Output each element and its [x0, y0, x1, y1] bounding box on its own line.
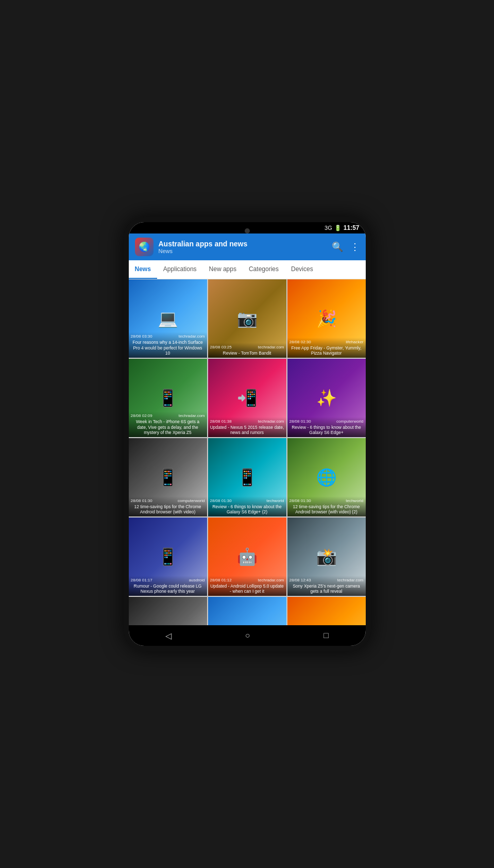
card-title: Updated - Nexus 5 2015 release date, new… — [210, 425, 284, 435]
news-grid: 💻 28/08 03:30 techradar.com Four reasons… — [129, 279, 366, 625]
card-source: techradar.com — [258, 419, 284, 424]
card-title: Updated - Android Lollipop 5.0 update - … — [210, 583, 284, 594]
card-title: Four reasons why a 14-inch Surface Pro 4… — [131, 340, 205, 356]
card-source: lifehacker — [346, 340, 363, 344]
recent-button[interactable]: □ — [323, 631, 329, 640]
camera — [245, 228, 250, 233]
back-button[interactable]: ◁ — [165, 631, 172, 641]
device-frame: 3G 🔋 11:57 🌏 Australian apps and news Ne… — [124, 217, 371, 651]
card-date: 28/08 01:17 — [131, 578, 152, 582]
list-item[interactable]: 📱 28/08 01:30 techworld Review - 6 thing… — [208, 438, 286, 516]
card-date: 28/08 02:09 — [131, 413, 152, 418]
battery-icon: 🔋 — [334, 225, 342, 231]
card-title: 12 time-saving tips for the Chrome Andro… — [289, 504, 364, 514]
list-item[interactable]: 📱 28/08 02:09 techradar.com Week in Tech… — [129, 359, 207, 437]
card-title: Review - 6 things to know about the Gala… — [210, 504, 284, 514]
card-date: 28/08 03:25 — [210, 345, 232, 349]
card-date: 28/08 02:30 — [289, 340, 311, 344]
app-icon: 🌏 — [135, 238, 154, 256]
app-subtitle: News — [159, 248, 327, 254]
card-source: ausdroid — [189, 578, 205, 582]
card-title: Free App Friday - Gymster, Yummly, Pizza… — [289, 345, 364, 356]
card-title: Sony Xperia Z5's next-gen camera gets a … — [289, 583, 364, 594]
card-date: 28/08 01:30 — [210, 498, 232, 503]
card-date: 28/08 01:30 — [289, 498, 311, 503]
tab-news[interactable]: News — [129, 260, 157, 279]
card-date: 28/08 12:43 — [289, 578, 311, 582]
device-screen: 3G 🔋 11:57 🌏 Australian apps and news Ne… — [129, 222, 366, 646]
list-item[interactable]: 💻 28/08 03:30 techradar.com Four reasons… — [129, 279, 207, 358]
search-icon[interactable]: 🔍 — [332, 241, 343, 253]
list-item[interactable]: 📱 28/08 01:30 computerworld 12 time-savi… — [129, 438, 207, 516]
tab-categories[interactable]: Categories — [243, 260, 285, 279]
list-item[interactable]: 🎉 28/08 02:30 lifehacker Free App Friday… — [287, 279, 366, 358]
tab-applications[interactable]: Applications — [157, 260, 203, 279]
card-date: 28/08 01:30 — [131, 498, 152, 503]
menu-icon[interactable]: ⋮ — [350, 241, 360, 253]
card-title: 12 time-saving tips for the Chrome Andro… — [131, 504, 205, 514]
list-item[interactable]: 📱 28/08 12:40 techradar.com Updated - Ne… — [129, 597, 207, 625]
list-item[interactable]: 📸 28/08 12:43 techradar.com Sony Xperia … — [287, 518, 366, 596]
list-item[interactable]: 📱 28/08 01:17 ausdroid Rumour - Google c… — [129, 518, 207, 596]
card-source: techradar.com — [258, 345, 284, 349]
card-source: computerworld — [178, 498, 205, 503]
nav-bar: ◁ ○ □ — [129, 625, 366, 646]
card-date: 28/08 01:38 — [210, 419, 232, 424]
list-item[interactable]: 🌐 28/08 01:30 techworld 12 time-saving t… — [287, 438, 366, 516]
card-source: techradar.com — [179, 334, 205, 339]
card-title: Week in Tech - iPhone 6S gets a date, Vi… — [131, 419, 205, 435]
card-date: 28/08 01:12 — [210, 578, 232, 582]
card-source: computerworld — [336, 419, 363, 424]
tab-bar: News Applications New apps Categories De… — [129, 260, 366, 279]
list-item[interactable]: 📱 28/08 11:27 techradar.com Updated - iP… — [208, 597, 286, 625]
card-source: techworld — [346, 498, 363, 503]
card-date: 28/08 03:30 — [131, 334, 152, 339]
list-item[interactable]: 🤖 28/08 01:12 techradar.com Updated - An… — [208, 518, 286, 596]
list-item[interactable]: 📲 28/08 01:38 techradar.com Updated - Ne… — [208, 359, 286, 437]
network-indicator: 3G — [325, 225, 332, 231]
toolbar: 🌏 Australian apps and news News 🔍 ⋮ — [129, 233, 366, 260]
card-date: 28/08 01:30 — [289, 419, 311, 424]
card-source: techradar.com — [179, 413, 205, 418]
tab-devices[interactable]: Devices — [285, 260, 319, 279]
tab-new-apps[interactable]: New apps — [203, 260, 243, 279]
card-title: Rumour - Google could release LG Nexus p… — [131, 583, 205, 594]
card-title: Review - 6 things to know about the Gala… — [289, 425, 364, 435]
card-title: Review - TomTom Bandit — [210, 350, 284, 356]
list-item[interactable]: ✨ 28/08 01:30 computerworld Review - 6 t… — [287, 359, 366, 437]
card-source: techradar.com — [337, 578, 364, 582]
clock: 11:57 — [344, 224, 360, 231]
card-source: techradar.com — [258, 578, 284, 582]
home-button[interactable]: ○ — [245, 631, 250, 640]
list-item[interactable]: 📷 28/08 03:25 techradar.com Review - Tom… — [208, 279, 286, 358]
card-source: techworld — [266, 498, 284, 503]
list-item[interactable]: 📺 28/08 11:00 techradar.com Review - MOV… — [287, 597, 366, 625]
toolbar-icons: 🔍 ⋮ — [332, 241, 360, 253]
toolbar-text: Australian apps and news News — [159, 240, 327, 254]
content-area: 💻 28/08 03:30 techradar.com Four reasons… — [129, 279, 366, 625]
app-title: Australian apps and news — [159, 240, 327, 248]
